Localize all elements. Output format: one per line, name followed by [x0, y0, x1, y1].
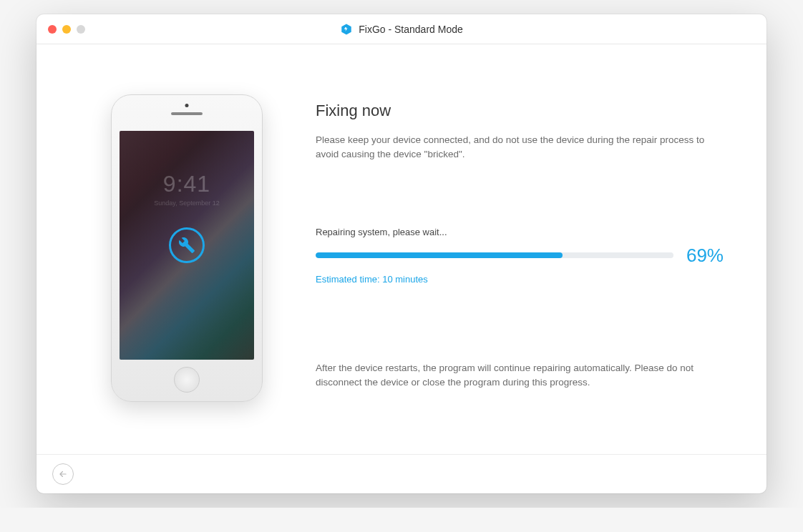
title-center: FixGo - Standard Mode	[36, 23, 766, 36]
phone-date-label: Sunday, September 12	[120, 200, 254, 207]
arrow-left-icon	[58, 469, 68, 479]
app-icon	[340, 23, 353, 36]
phone-time-label: 9:41	[120, 171, 254, 197]
app-window: FixGo - Standard Mode 9:41 Sunday, Septe…	[36, 14, 766, 493]
progress-bar	[316, 252, 673, 258]
device-illustration-pane: 9:41 Sunday, September 12	[79, 87, 294, 425]
window-title: FixGo - Standard Mode	[359, 24, 463, 35]
traffic-lights	[36, 25, 85, 34]
footer-note: After the device restarts, the program w…	[316, 361, 724, 390]
close-icon[interactable]	[48, 25, 57, 34]
back-button[interactable]	[52, 463, 74, 485]
wrench-icon	[169, 227, 205, 263]
phone-screen: 9:41 Sunday, September 12	[120, 131, 254, 360]
progress-percent-label: 69%	[686, 245, 724, 267]
phone-camera-icon	[185, 104, 189, 107]
progress-row: 69%	[316, 245, 724, 267]
phone-speaker-icon	[171, 112, 203, 115]
bottom-bar	[36, 454, 766, 493]
phone-home-button-icon	[174, 367, 200, 393]
estimate-label: Estimated time: 10 minutes	[316, 274, 724, 285]
page-title: Fixing now	[316, 102, 724, 120]
content-area: 9:41 Sunday, September 12 Fixing now Ple…	[36, 44, 766, 454]
titlebar: FixGo - Standard Mode	[36, 14, 766, 44]
status-label: Repairing system, please wait...	[316, 227, 724, 237]
status-pane: Fixing now Please keep your device conne…	[294, 87, 724, 425]
progress-fill	[316, 252, 563, 258]
device-mockup: 9:41 Sunday, September 12	[111, 94, 263, 402]
instruction-text: Please keep your device connected, and d…	[316, 133, 724, 162]
minimize-icon[interactable]	[62, 25, 71, 34]
zoom-icon[interactable]	[77, 25, 85, 34]
